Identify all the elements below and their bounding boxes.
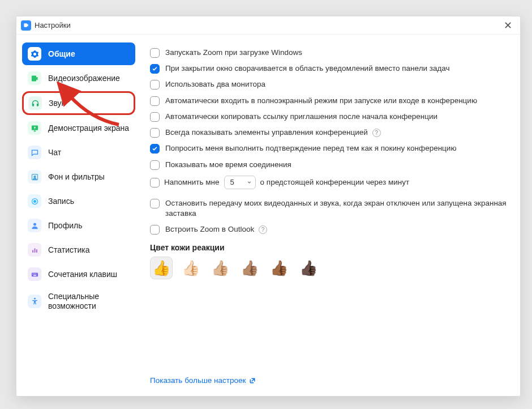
svg-rect-6 — [32, 250, 33, 252]
skin-tone-options: 👍 👍🏻 👍🏼 👍🏽 👍🏾 👍🏿 — [150, 257, 507, 279]
checkbox-always-show-controls[interactable] — [150, 128, 160, 138]
checkbox-minimize-to-tray[interactable] — [150, 64, 160, 74]
external-link-icon — [249, 377, 256, 384]
settings-window: Настройки ✕ Общие Видеоизображение — [16, 16, 521, 397]
sidebar-item-audio[interactable]: Звук — [22, 91, 135, 115]
sidebar-item-label: Демонстрация экрана — [48, 123, 129, 133]
skin-tone-option-2[interactable]: 👍🏼 — [209, 257, 231, 279]
sidebar-item-video[interactable]: Видеоизображение — [22, 67, 135, 90]
skin-tone-option-5[interactable]: 👍🏿 — [297, 257, 320, 279]
checkbox-fullscreen-on-join[interactable] — [150, 96, 160, 106]
app-icon — [21, 20, 31, 31]
video-icon — [28, 71, 41, 85]
option-label: Всегда показывать элементы управления ко… — [165, 127, 381, 138]
option-label: Автоматически входить в полноэкранный ре… — [165, 96, 477, 106]
sidebar-item-label: Сочетания клавиш — [48, 270, 117, 279]
svg-point-2 — [33, 176, 35, 177]
help-icon[interactable]: ? — [372, 129, 381, 137]
headphones-icon — [28, 96, 42, 110]
sidebar-item-label: Фон и фильтры — [48, 172, 105, 182]
skin-tone-option-4[interactable]: 👍🏾 — [268, 257, 290, 279]
svg-rect-7 — [34, 248, 35, 253]
sidebar-item-label: Запись — [48, 197, 74, 206]
skin-tone-option-0[interactable]: 👍 — [150, 257, 173, 279]
remind-minutes-input[interactable]: 5 — [224, 176, 256, 189]
sidebar-item-label: Чат — [48, 148, 61, 157]
statistics-icon — [28, 243, 41, 257]
svg-rect-10 — [32, 274, 33, 274]
option-label: При закрытии окно сворачивается в област… — [165, 63, 450, 74]
svg-point-4 — [33, 200, 36, 202]
svg-rect-11 — [34, 274, 35, 274]
option-label: Запускать Zoom при загрузке Windows — [165, 48, 302, 58]
sidebar-item-accessibility[interactable]: Специальные возможности — [22, 287, 135, 316]
titlebar: Настройки ✕ — [16, 16, 520, 35]
sidebar-item-label: Статистика — [48, 245, 90, 255]
sidebar: Общие Видеоизображение Звук Демонстрация… — [16, 35, 141, 396]
profile-icon — [28, 219, 41, 232]
background-icon — [28, 170, 41, 184]
sidebar-item-label: Видеоизображение — [48, 74, 120, 83]
sidebar-item-keyboard-shortcuts[interactable]: Сочетания клавиш — [22, 263, 135, 286]
skin-tone-option-1[interactable]: 👍🏻 — [179, 257, 202, 279]
option-label: Попросить меня выполнить подтверждение п… — [165, 143, 457, 154]
chat-icon — [28, 146, 41, 159]
option-label: Встроить Zoom в Outlook ? — [165, 224, 267, 235]
checkbox-stop-av-on-lock[interactable] — [150, 199, 160, 208]
remind-suffix: о предстоящей конференции через минут — [260, 177, 410, 188]
keyboard-icon — [28, 267, 41, 281]
sidebar-item-label: Специальные возможности — [48, 292, 130, 311]
sidebar-item-profile[interactable]: Профиль — [22, 214, 135, 237]
checkbox-dual-monitors[interactable] — [150, 80, 160, 90]
settings-panel: Запускать Zoom при загрузке Windows При … — [141, 35, 520, 396]
option-label: Использовать два монитора — [165, 79, 265, 90]
sidebar-item-label: Звук — [49, 99, 65, 108]
checkbox-start-on-boot[interactable] — [150, 48, 160, 58]
svg-rect-13 — [33, 275, 36, 275]
sidebar-item-recording[interactable]: Запись — [22, 190, 135, 212]
checkbox-show-connect-time[interactable] — [150, 160, 160, 170]
svg-point-5 — [33, 223, 36, 225]
checkbox-remind[interactable] — [150, 178, 160, 188]
sidebar-item-share-screen[interactable]: Демонстрация экрана — [22, 117, 135, 139]
gear-icon — [28, 47, 41, 61]
sidebar-item-label: Общие — [48, 49, 75, 59]
option-label: Автоматически копировать ссылку приглаше… — [165, 112, 437, 122]
svg-point-14 — [34, 298, 36, 300]
svg-rect-9 — [31, 272, 37, 276]
window-title: Настройки — [35, 21, 71, 29]
checkbox-auto-copy-invite[interactable] — [150, 112, 160, 122]
skin-tone-title: Цвет кожи реакции — [150, 243, 507, 252]
sidebar-item-chat[interactable]: Чат — [22, 141, 135, 164]
sidebar-item-general[interactable]: Общие — [22, 42, 135, 65]
close-button[interactable]: ✕ — [501, 19, 514, 32]
checkbox-confirm-leave[interactable] — [150, 144, 160, 154]
chevron-down-icon — [247, 180, 252, 185]
share-screen-icon — [28, 121, 41, 135]
svg-rect-8 — [36, 249, 37, 253]
checkbox-outlook-integration[interactable] — [150, 225, 160, 235]
help-icon[interactable]: ? — [259, 225, 267, 234]
svg-rect-12 — [35, 274, 36, 274]
sidebar-item-statistics[interactable]: Статистика — [22, 238, 135, 261]
accessibility-icon — [28, 295, 41, 308]
more-settings-link[interactable]: Показать больше настроек — [150, 376, 507, 387]
sidebar-item-label: Профиль — [48, 221, 82, 231]
option-label: Показывать мое время соединения — [165, 160, 291, 170]
option-label: Остановить передачу моих видеоданных и з… — [165, 198, 507, 219]
skin-tone-option-3[interactable]: 👍🏽 — [238, 257, 261, 279]
record-icon — [28, 194, 41, 208]
sidebar-item-background-filters[interactable]: Фон и фильтры — [22, 165, 135, 188]
remind-prefix: Напомнить мне — [164, 177, 220, 188]
